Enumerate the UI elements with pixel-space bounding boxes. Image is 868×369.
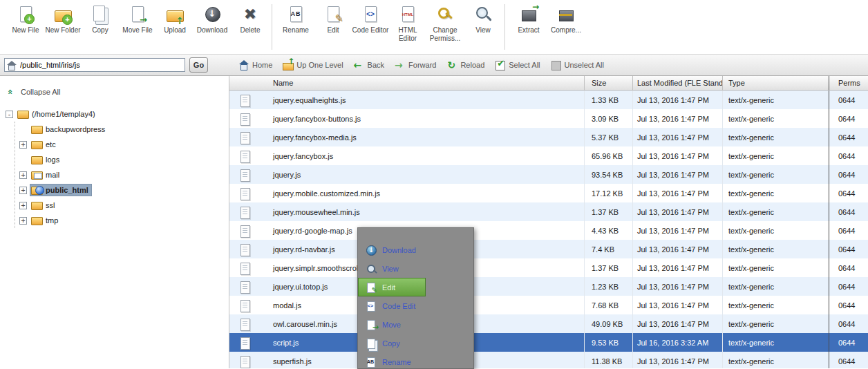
file-modified: Jul 13, 2016 1:47 PM xyxy=(632,202,722,221)
toolbar-button[interactable]: Change Permiss... xyxy=(426,4,464,50)
go-button[interactable]: Go xyxy=(189,57,208,73)
file-icon xyxy=(239,131,250,144)
directory-tree-panel: Collapse All - (/home1/templay4) backupw… xyxy=(0,76,229,368)
tree-expander[interactable]: + xyxy=(19,217,27,225)
nav-button-label: Reload xyxy=(460,61,484,69)
toolbar-button[interactable]: Copy xyxy=(82,4,119,50)
tree-node[interactable]: public_html xyxy=(30,184,91,196)
file-modified: Jul 13, 2016 1:47 PM xyxy=(632,165,722,184)
file-size: 1.37 KB xyxy=(584,202,632,221)
table-row[interactable]: script.js 9.53 KB Jul 16, 2016 3:32 AM t… xyxy=(229,333,868,352)
header-size[interactable]: Size xyxy=(584,76,632,90)
tree-row[interactable]: + mail xyxy=(19,167,229,182)
header-last-modified[interactable]: Last Modified (FLE Stand xyxy=(632,76,722,90)
toolbar-button[interactable]: View xyxy=(464,4,505,50)
header-type[interactable]: Type xyxy=(722,76,829,90)
toolbar-button[interactable]: New File xyxy=(7,4,44,50)
tree-node[interactable]: etc xyxy=(30,139,59,150)
file-icon xyxy=(239,206,250,218)
tree-node[interactable]: backupwordpress xyxy=(30,124,108,135)
nav-button[interactable]: Home xyxy=(238,59,272,70)
file-icon xyxy=(239,169,250,181)
context-menu-item[interactable]: Move xyxy=(358,315,473,334)
file-perms: 0644 xyxy=(829,296,868,314)
table-row[interactable]: jquery.ui.totop.js 1.23 KB Jul 13, 2016 … xyxy=(229,277,868,296)
toolbar-button[interactable]: Code Editor xyxy=(352,4,389,50)
toolbar-button[interactable]: Compre... xyxy=(547,4,585,50)
tree-expander[interactable]: - xyxy=(6,111,13,118)
toolbar-button[interactable]: Edit xyxy=(314,4,352,50)
table-row[interactable]: jquery.fancybox-buttons.js 3.09 KB Jul 1… xyxy=(229,109,868,128)
table-row[interactable]: jquery.equalheights.js 1.33 KB Jul 13, 2… xyxy=(229,91,868,109)
tree-node-label: ssl xyxy=(46,201,55,209)
tree-row[interactable]: + public_html xyxy=(19,182,229,198)
context-menu-item[interactable]: View xyxy=(358,259,473,278)
folder-icon xyxy=(31,155,43,164)
toolbar-button[interactable]: Rename xyxy=(277,4,314,50)
toolbar-button[interactable]: Upload xyxy=(156,4,194,50)
tree-expander[interactable]: + xyxy=(19,202,27,209)
context-menu-item[interactable]: Code Edit xyxy=(358,296,473,315)
nav-button[interactable]: Unselect All xyxy=(551,59,604,70)
tree-node[interactable]: logs xyxy=(30,154,62,165)
menu-edit-icon xyxy=(366,282,377,293)
table-row[interactable]: jquery.fancybox-media.js 5.37 KB Jul 13,… xyxy=(229,128,868,146)
tree-expander[interactable]: + xyxy=(19,187,27,194)
nav-button[interactable]: Forward xyxy=(395,59,436,70)
tree-node[interactable]: ssl xyxy=(30,200,57,211)
file-perms: 0644 xyxy=(829,146,868,165)
header-perms[interactable]: Perms xyxy=(829,76,868,90)
tree-root-row[interactable]: - (/home1/templay4) xyxy=(6,106,229,122)
tree-expander[interactable]: + xyxy=(19,171,27,179)
copy-icon xyxy=(90,4,111,25)
toolbar-button[interactable]: New Folder xyxy=(44,4,82,50)
file-modified: Jul 13, 2016 1:47 PM xyxy=(632,258,722,277)
tree-node[interactable]: tmp xyxy=(30,215,61,226)
tree-row[interactable]: + etc xyxy=(19,137,229,152)
path-input[interactable] xyxy=(4,58,185,72)
tree-row[interactable]: backupwordpress xyxy=(19,122,229,137)
nav-button[interactable]: Select All xyxy=(495,59,540,70)
tree-node[interactable]: mail xyxy=(30,169,62,180)
toolbar-button[interactable]: Download xyxy=(194,4,231,50)
file-name: jquery.fancybox-buttons.js xyxy=(267,109,584,128)
table-row[interactable]: jquery.rd-google-map.js 4.43 KB Jul 13, … xyxy=(229,221,868,240)
move-file-icon xyxy=(127,4,148,25)
table-row[interactable]: jquery.mobile.customized.min.js 17.12 KB… xyxy=(229,184,868,202)
tree-row[interactable]: + tmp xyxy=(19,213,229,228)
table-row[interactable]: jquery.mousewheel.min.js 1.37 KB Jul 13,… xyxy=(229,202,868,221)
table-row[interactable]: modal.js 7.68 KB Jul 13, 2016 1:47 PM te… xyxy=(229,296,868,314)
tree-row[interactable]: logs xyxy=(19,152,229,167)
file-type: text/x-generic xyxy=(722,91,829,109)
file-list-panel: Name Size Last Modified (FLE Stand Type … xyxy=(229,76,868,368)
menu-rename-icon xyxy=(366,357,377,368)
nav-button[interactable]: Reload xyxy=(446,59,484,70)
table-row[interactable]: owl.carousel.min.js 49.09 KB Jul 13, 201… xyxy=(229,314,868,333)
toolbar-button[interactable]: Delete xyxy=(231,4,272,50)
tree-row[interactable]: + ssl xyxy=(19,198,229,213)
tree-root-node[interactable]: (/home1/templay4) xyxy=(17,108,98,120)
table-row[interactable]: superfish.js 11.38 KB Jul 13, 2016 1:47 … xyxy=(229,352,868,368)
header-name[interactable]: Name xyxy=(267,76,584,90)
collapse-all-button[interactable]: Collapse All xyxy=(6,87,229,97)
context-menu-item[interactable]: Edit xyxy=(358,278,426,296)
file-icon xyxy=(239,355,250,368)
table-row[interactable]: jquery.js 93.54 KB Jul 13, 2016 1:47 PM … xyxy=(229,165,868,184)
table-row[interactable]: jquery.simplr.smoothscroll.js 1.37 KB Ju… xyxy=(229,258,868,277)
nav-button[interactable]: Back xyxy=(354,59,384,70)
top-toolbar: New File New Folder Copy Move File Uploa… xyxy=(0,0,868,55)
header-icon-column xyxy=(229,76,267,90)
toolbar-button[interactable]: Move File xyxy=(119,4,156,50)
table-row[interactable]: jquery.rd-navbar.js 7.4 KB Jul 13, 2016 … xyxy=(229,240,868,258)
tree-expander[interactable]: + xyxy=(19,141,27,149)
context-menu-item[interactable]: Download xyxy=(358,240,473,259)
rename-icon xyxy=(285,4,306,25)
context-menu-item[interactable]: Rename xyxy=(358,352,473,369)
context-menu-item[interactable]: Copy xyxy=(358,334,473,352)
table-row[interactable]: jquery.fancybox.js 65.96 KB Jul 13, 2016… xyxy=(229,146,868,165)
file-size: 1.37 KB xyxy=(584,258,632,277)
nav-button[interactable]: Up One Level xyxy=(283,59,343,70)
toolbar-button[interactable]: Extract xyxy=(510,4,547,50)
menu-copy-icon xyxy=(366,338,377,349)
toolbar-button[interactable]: HTML Editor xyxy=(389,4,426,50)
